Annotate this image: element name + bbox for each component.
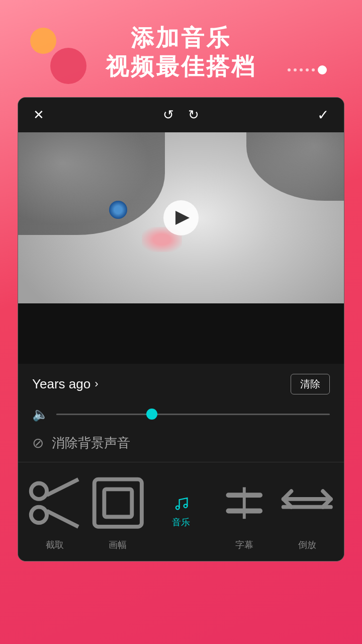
nav-label-subtitle: 字幕	[235, 539, 253, 551]
svg-line-3	[47, 511, 78, 526]
nav-label-music: 音乐	[172, 516, 190, 528]
volume-slider-fill	[56, 414, 152, 415]
frame-icon	[86, 471, 150, 535]
svg-point-0	[31, 484, 47, 499]
play-button[interactable]	[163, 200, 199, 235]
music-track-row: Years ago › 清除	[18, 364, 344, 403]
video-preview	[18, 132, 344, 303]
toolbar: ✕ ↺ ↻ ✓	[18, 98, 344, 132]
close-button[interactable]: ✕	[33, 107, 44, 123]
deco-dot-2	[294, 68, 297, 71]
deco-dot-1	[288, 68, 291, 71]
svg-line-2	[47, 479, 78, 495]
music-track-left: Years ago ›	[32, 376, 98, 392]
svg-point-1	[31, 507, 47, 523]
header: 添加音乐 视频最佳搭档	[0, 0, 362, 97]
deco-dot-large	[318, 65, 327, 74]
svg-point-6	[176, 506, 179, 509]
cut-icon	[23, 471, 86, 535]
undo-button[interactable]: ↺	[163, 107, 174, 123]
volume-icon: 🔈	[32, 407, 48, 422]
redo-button[interactable]: ↻	[188, 107, 199, 123]
mute-row: ⊘ 消除背景声音	[18, 430, 344, 462]
deco-dots	[288, 65, 327, 74]
deco-circle-orange	[30, 28, 56, 54]
play-icon	[175, 211, 190, 225]
mute-label: 消除背景声音	[52, 434, 130, 452]
nav-item-reverse[interactable]: 倒放	[276, 471, 339, 551]
video-bottom-bar	[18, 303, 344, 364]
svg-rect-5	[104, 489, 132, 517]
svg-point-7	[184, 504, 188, 508]
toolbar-left: ✕	[33, 107, 44, 123]
bottom-nav: 截取 画幅 音乐 字幕	[18, 462, 344, 561]
nav-item-frame[interactable]: 画幅	[86, 471, 150, 551]
music-icon	[172, 494, 190, 512]
main-card: ✕ ↺ ↻ ✓ Years ago ›	[18, 97, 344, 561]
volume-slider-track[interactable]	[56, 414, 330, 415]
clear-button[interactable]: 清除	[291, 374, 330, 394]
svg-rect-4	[94, 479, 141, 527]
nav-item-cut[interactable]: 截取	[23, 471, 86, 551]
nav-label-frame: 画幅	[109, 539, 127, 551]
chevron-right-icon: ›	[95, 377, 98, 390]
reverse-icon	[276, 471, 339, 535]
toolbar-center: ↺ ↻	[163, 107, 199, 123]
music-section: Years ago › 清除 🔈 ⊘ 消除背景声音	[18, 364, 344, 462]
mute-icon: ⊘	[32, 435, 44, 451]
volume-row: 🔈	[18, 403, 344, 430]
music-track-name: Years ago	[32, 376, 90, 392]
subtitle-icon	[213, 471, 276, 535]
video-container	[18, 132, 344, 364]
confirm-button[interactable]: ✓	[317, 107, 329, 123]
deco-dot-3	[300, 68, 303, 71]
toolbar-right: ✓	[317, 107, 329, 123]
nav-label-cut: 截取	[46, 539, 64, 551]
deco-dot-5	[312, 68, 315, 71]
nav-item-subtitle[interactable]: 字幕	[213, 471, 276, 551]
volume-slider-thumb[interactable]	[146, 409, 157, 420]
nav-label-reverse: 倒放	[298, 539, 316, 551]
nav-item-music[interactable]: 音乐	[149, 494, 213, 528]
deco-dot-4	[306, 68, 309, 71]
deco-circle-red	[50, 48, 86, 84]
